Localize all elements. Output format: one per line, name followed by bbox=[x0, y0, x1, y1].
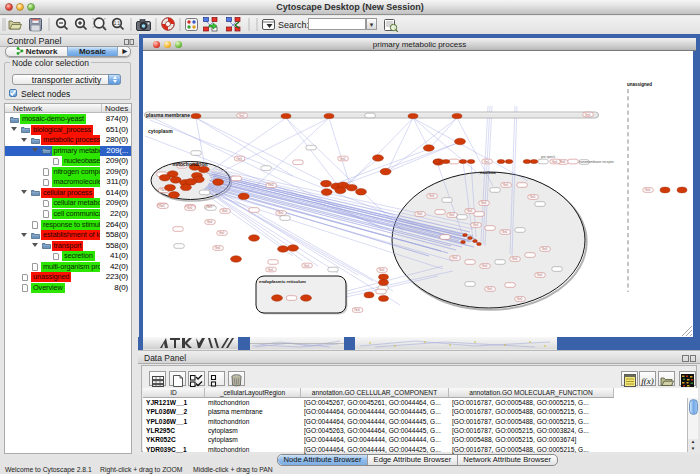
svg-text:Ybr0: Ybr0 bbox=[502, 230, 508, 234]
svg-text:Ybr0: Ybr0 bbox=[484, 160, 490, 164]
svg-text:Ybr0: Ybr0 bbox=[537, 273, 543, 277]
svg-text:Ybr0: Ybr0 bbox=[159, 204, 165, 208]
svg-text:Ybr0: Ybr0 bbox=[645, 188, 651, 192]
svg-text:Ybr0: Ybr0 bbox=[487, 287, 493, 291]
svg-text:transmembrane receptor: transmembrane receptor bbox=[579, 160, 615, 164]
svg-text:Ybr0: Ybr0 bbox=[207, 220, 213, 224]
svg-text:Ybr0: Ybr0 bbox=[222, 209, 228, 213]
svg-text:Ybr0: Ybr0 bbox=[560, 160, 566, 164]
svg-text:Ybr0: Ybr0 bbox=[187, 206, 193, 210]
svg-text:cytoplasm: cytoplasm bbox=[148, 128, 173, 134]
svg-text:Ybr0: Ybr0 bbox=[340, 157, 346, 161]
svg-text:Ybr0: Ybr0 bbox=[379, 268, 385, 272]
svg-text:Ybr0: Ybr0 bbox=[429, 194, 435, 198]
svg-text:Ybr0: Ybr0 bbox=[215, 246, 221, 250]
svg-text:Ybr0: Ybr0 bbox=[503, 183, 509, 187]
svg-text:Ybr0: Ybr0 bbox=[512, 257, 518, 261]
svg-text:unassigned: unassigned bbox=[627, 82, 652, 87]
svg-text:Ybr0: Ybr0 bbox=[449, 213, 455, 217]
svg-text:Ybr0: Ybr0 bbox=[268, 183, 274, 187]
svg-text:Ybr0: Ybr0 bbox=[278, 211, 284, 215]
svg-text:pre-speck: pre-speck bbox=[541, 155, 555, 159]
svg-text:Ybr0: Ybr0 bbox=[530, 195, 536, 199]
svg-text:Ybr0: Ybr0 bbox=[304, 264, 310, 268]
svg-text:Ybr0: Ybr0 bbox=[481, 201, 487, 205]
svg-text:Ybr0: Ybr0 bbox=[268, 268, 274, 272]
svg-text:plasma membrane: plasma membrane bbox=[146, 112, 190, 118]
svg-text:Ybr0: Ybr0 bbox=[417, 212, 423, 216]
svg-text:Ybr0: Ybr0 bbox=[219, 231, 225, 235]
svg-text:Ybr0: Ybr0 bbox=[206, 205, 212, 209]
svg-text:Ybr0: Ybr0 bbox=[482, 264, 488, 268]
svg-text:Ybr0: Ybr0 bbox=[236, 157, 242, 161]
svg-text:Ybr0: Ybr0 bbox=[467, 209, 473, 213]
svg-text:Ybr0: Ybr0 bbox=[542, 247, 548, 251]
svg-text:Ybr0: Ybr0 bbox=[354, 308, 360, 312]
svg-text:mitochondrion: mitochondrion bbox=[173, 161, 208, 167]
svg-text:Ybr0: Ybr0 bbox=[517, 297, 523, 301]
svg-text:Ybr0: Ybr0 bbox=[239, 114, 245, 118]
svg-text:1:1: 1:1 bbox=[114, 21, 121, 26]
svg-text:nucleus: nucleus bbox=[480, 170, 496, 175]
svg-text:Ybr0: Ybr0 bbox=[452, 256, 458, 260]
svg-text:Ybr0: Ybr0 bbox=[473, 223, 479, 227]
svg-text:Ybr0: Ybr0 bbox=[552, 160, 558, 164]
svg-text:endoplasmic reticulum: endoplasmic reticulum bbox=[259, 279, 306, 284]
svg-text:Ybr0: Ybr0 bbox=[585, 113, 591, 117]
